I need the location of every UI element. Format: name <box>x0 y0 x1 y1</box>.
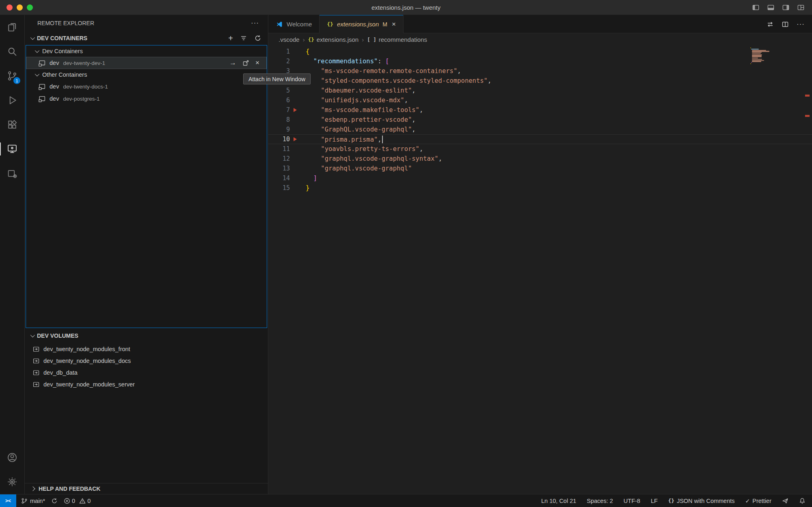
search-icon[interactable] <box>0 39 24 64</box>
source-control-icon[interactable]: 1 <box>0 64 24 88</box>
tree-group-other-containers[interactable]: Other Containers <box>26 69 267 80</box>
attach-in-new-window-icon[interactable] <box>242 60 249 67</box>
run-debug-icon[interactable] <box>0 88 24 112</box>
encoding-item[interactable]: UTF-8 <box>624 498 640 504</box>
tab-bar: Welcome {} extensions.json M × ··· <box>268 15 812 33</box>
zoom-window-button[interactable] <box>27 4 33 11</box>
line-number: 14 <box>268 175 290 182</box>
section-dev-volumes-header[interactable]: DEV VOLUMES <box>25 328 268 343</box>
attach-in-current-window-icon[interactable]: → <box>229 59 236 67</box>
code-line-10[interactable]: 10 "prisma.prisma", <box>268 134 812 144</box>
glyph-margin <box>290 95 306 105</box>
formatter-item[interactable]: ✓ Prettier <box>745 498 771 504</box>
code-line-5[interactable]: 5 "dbaeumer.vscode-eslint", <box>268 86 812 95</box>
code-text: "GraphQL.vscode-graphql", <box>306 126 416 133</box>
section-dev-containers-header[interactable]: DEV CONTAINERS + <box>25 31 268 45</box>
code-line-11[interactable]: 11 "yoavbls.pretty-ts-errors", <box>268 144 812 154</box>
feedback-icon[interactable] <box>782 498 788 504</box>
section-help-feedback-header[interactable]: HELP AND FEEDBACK <box>25 483 268 494</box>
account-icon[interactable] <box>0 445 24 470</box>
container-row-dev-twenty-docs[interactable]: dev dev-twenty-docs-1 <box>26 80 267 93</box>
line-number: 13 <box>268 165 290 172</box>
explorer-icon[interactable] <box>0 15 24 39</box>
volume-label: dev_twenty_node_modules_front <box>43 346 130 352</box>
warning-count: 0 <box>87 498 91 504</box>
code-line-12[interactable]: 12 "graphql.vscode-graphql-syntax", <box>268 154 812 164</box>
extensions-icon[interactable] <box>0 112 24 137</box>
sync-changes-icon[interactable] <box>51 498 58 504</box>
tab-extensions-json[interactable]: {} extensions.json M × <box>320 15 404 33</box>
dev-container-icon <box>38 95 46 103</box>
more-actions-icon[interactable]: ··· <box>797 20 805 28</box>
code-editor[interactable]: 1{2 "recommendations": [3 "ms-vscode-rem… <box>268 45 812 494</box>
toggle-panel-icon[interactable] <box>767 4 775 11</box>
eol-item[interactable]: LF <box>651 498 658 504</box>
refresh-icon[interactable] <box>254 35 261 42</box>
tab-label: extensions.json <box>337 21 379 28</box>
volume-row[interactable]: dev_twenty_node_modules_docs <box>25 355 268 367</box>
container-description: dev-twenty-dev-1 <box>63 60 105 66</box>
close-window-button[interactable] <box>6 4 13 11</box>
open-changes-icon[interactable] <box>767 21 774 28</box>
code-line-6[interactable]: 6 "unifiedjs.vscode-mdx", <box>268 95 812 105</box>
code-line-15[interactable]: 15} <box>268 183 812 193</box>
container-description: dev-postgres-1 <box>63 96 99 102</box>
volume-row[interactable]: dev_twenty_node_modules_server <box>25 378 268 390</box>
glyph-margin <box>290 164 306 173</box>
code-line-9[interactable]: 9 "GraphQL.vscode-graphql", <box>268 125 812 134</box>
glyph-margin <box>290 86 306 95</box>
sidebar-more-actions-icon[interactable]: ··· <box>251 19 259 27</box>
volume-row[interactable]: dev_db_data <box>25 367 268 378</box>
tab-welcome[interactable]: Welcome <box>268 15 320 33</box>
remote-indicator[interactable]: >< <box>0 494 16 507</box>
new-container-icon[interactable]: + <box>228 34 233 42</box>
containers-icon[interactable] <box>0 161 24 186</box>
split-editor-icon[interactable] <box>782 21 789 28</box>
toggle-secondary-sidebar-icon[interactable] <box>782 4 790 11</box>
code-line-4[interactable]: 4 "styled-components.vscode-styled-compo… <box>268 76 812 86</box>
close-tab-icon[interactable]: × <box>392 21 396 28</box>
settings-gear-icon[interactable] <box>0 470 24 494</box>
minimap-line <box>752 58 758 58</box>
git-branch-item[interactable]: main* <box>21 498 45 504</box>
toggle-primary-sidebar-icon[interactable] <box>752 4 760 11</box>
container-row-dev-twenty-dev[interactable]: dev dev-twenty-dev-1 → × <box>26 57 267 69</box>
section-dev-containers-label: DEV CONTAINERS <box>37 35 87 41</box>
volume-label: dev_db_data <box>43 369 78 376</box>
section-actions: + <box>228 34 261 42</box>
remote-explorer-icon[interactable] <box>0 137 24 161</box>
code-text: "graphql.vscode-graphql-syntax", <box>306 155 442 162</box>
line-number: 7 <box>268 106 290 114</box>
code-line-2[interactable]: 2 "recommendations": [ <box>268 56 812 66</box>
code-line-1[interactable]: 1{ <box>268 47 812 56</box>
language-mode-label: JSON with Comments <box>677 498 735 504</box>
dev-container-icon <box>38 59 46 67</box>
indentation-item[interactable]: Spaces: 2 <box>587 498 613 504</box>
container-row-dev-postgres[interactable]: dev dev-postgres-1 <box>26 93 267 105</box>
breadcrumb-folder[interactable]: .vscode <box>279 36 300 43</box>
stop-container-icon[interactable]: × <box>255 59 259 67</box>
customize-layout-icon[interactable] <box>797 4 805 11</box>
code-line-14[interactable]: 14 ] <box>268 173 812 183</box>
breadcrumb-symbol[interactable]: recommendations <box>379 36 427 43</box>
code-line-7[interactable]: 7 "ms-vscode.makefile-tools", <box>268 105 812 115</box>
minimap[interactable] <box>750 47 776 65</box>
breadcrumb-file[interactable]: extensions.json <box>317 36 358 43</box>
tree-group-dev-containers[interactable]: Dev Containers <box>26 45 267 57</box>
language-mode-item[interactable]: {} JSON with Comments <box>668 498 735 504</box>
vscode-logo-icon <box>276 21 283 28</box>
code-line-13[interactable]: 13 "graphql.vscode-graphql" <box>268 164 812 173</box>
minimap-line <box>750 63 751 64</box>
volume-label: dev_twenty_node_modules_docs <box>43 358 131 364</box>
code-line-8[interactable]: 8 "esbenp.prettier-vscode", <box>268 115 812 125</box>
filter-icon[interactable] <box>240 35 247 42</box>
line-number: 5 <box>268 87 290 94</box>
status-bar: >< main* 0 0 Ln 10, Col 21 Spaces: 2 UTF… <box>0 494 812 507</box>
volume-row[interactable]: dev_twenty_node_modules_front <box>25 343 268 355</box>
minimize-window-button[interactable] <box>17 4 23 11</box>
sidebar-title: REMOTE EXPLORER <box>37 20 94 26</box>
cursor-position-item[interactable]: Ln 10, Col 21 <box>541 498 576 504</box>
notifications-bell-icon[interactable] <box>799 498 806 504</box>
problems-item[interactable]: 0 0 <box>64 498 91 504</box>
code-line-3[interactable]: 3 "ms-vscode-remote.remote-containers", <box>268 66 812 76</box>
